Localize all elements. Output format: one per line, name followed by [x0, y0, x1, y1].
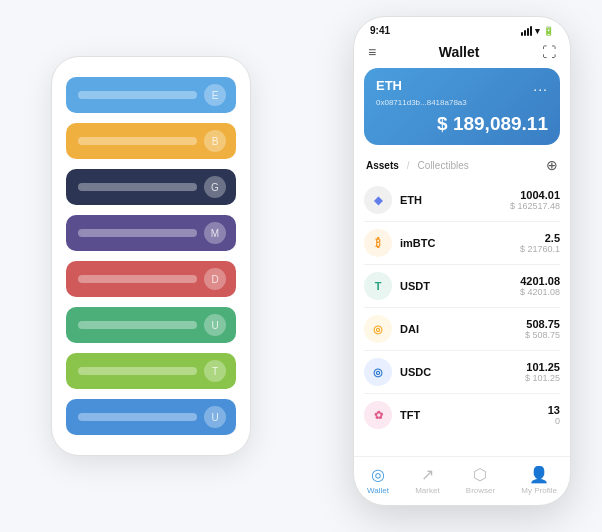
- nav-wallet-label: Wallet: [367, 486, 389, 495]
- card-icon: U: [204, 406, 226, 428]
- card-row-card-lime[interactable]: T: [66, 353, 236, 389]
- nav-profile-icon: 👤: [529, 465, 549, 484]
- nav-browser-label: Browser: [466, 486, 495, 495]
- card-row-card-orange[interactable]: B: [66, 123, 236, 159]
- eth-values: 1004.01$ 162517.48: [510, 189, 560, 211]
- card-icon: B: [204, 130, 226, 152]
- card-icon: G: [204, 176, 226, 198]
- usdt-amount: 4201.08: [520, 275, 560, 287]
- card-label: [78, 229, 197, 237]
- tft-name: TFT: [400, 409, 548, 421]
- status-icons: ▾ 🔋: [521, 26, 554, 36]
- dai-name: DAI: [400, 323, 525, 335]
- card-label: [78, 413, 197, 421]
- scene: EBGMDUTU 9:41 ▾ 🔋 ≡ Wallet ⛶: [21, 16, 581, 516]
- signal-icon: [521, 26, 532, 36]
- usdc-usd: $ 101.25: [525, 373, 560, 383]
- eth-name: ETH: [400, 194, 510, 206]
- dai-usd: $ 508.75: [525, 330, 560, 340]
- tab-assets[interactable]: Assets: [366, 160, 399, 171]
- nav-item-browser[interactable]: ⬡Browser: [466, 465, 495, 495]
- phone-back: EBGMDUTU: [51, 56, 251, 456]
- card-row-card-blue2[interactable]: U: [66, 399, 236, 435]
- wallet-title: Wallet: [439, 44, 480, 60]
- asset-item-usdc[interactable]: ◎USDC101.25$ 101.25: [364, 351, 560, 394]
- tft-values: 130: [548, 404, 560, 426]
- eth-usd: $ 162517.48: [510, 201, 560, 211]
- card-label: [78, 183, 197, 191]
- card-icon: U: [204, 314, 226, 336]
- tft-amount: 13: [548, 404, 560, 416]
- asset-list: ◆ETH1004.01$ 162517.48₿imBTC2.5$ 21760.1…: [354, 179, 570, 456]
- phone-header: ≡ Wallet ⛶: [354, 40, 570, 68]
- status-bar: 9:41 ▾ 🔋: [354, 17, 570, 40]
- battery-icon: 🔋: [543, 26, 554, 36]
- imbtc-amount: 2.5: [520, 232, 560, 244]
- tft-usd: 0: [548, 416, 560, 426]
- tab-separator: /: [407, 160, 410, 171]
- card-row-card-red[interactable]: D: [66, 261, 236, 297]
- card-label: [78, 137, 197, 145]
- usdt-values: 4201.08$ 4201.08: [520, 275, 560, 297]
- eth-card-balance: $ 189,089.11: [376, 113, 548, 135]
- imbtc-name: imBTC: [400, 237, 520, 249]
- nav-profile-label: My Profile: [521, 486, 557, 495]
- assets-tabs: Assets / Collectibles: [366, 160, 469, 171]
- imbtc-usd: $ 21760.1: [520, 244, 560, 254]
- eth-card-address: 0x08711d3b...8418a78a3: [376, 98, 548, 107]
- phone-front: 9:41 ▾ 🔋 ≡ Wallet ⛶ ETH ...: [353, 16, 571, 506]
- usdc-amount: 101.25: [525, 361, 560, 373]
- asset-item-usdt[interactable]: TUSDT4201.08$ 4201.08: [364, 265, 560, 308]
- card-icon: M: [204, 222, 226, 244]
- dai-amount: 508.75: [525, 318, 560, 330]
- card-icon: E: [204, 84, 226, 106]
- nav-market-icon: ↗: [421, 465, 434, 484]
- asset-item-dai[interactable]: ◎DAI508.75$ 508.75: [364, 308, 560, 351]
- nav-market-label: Market: [415, 486, 439, 495]
- menu-icon[interactable]: ≡: [368, 44, 376, 60]
- asset-item-eth[interactable]: ◆ETH1004.01$ 162517.48: [364, 179, 560, 222]
- dai-icon: ◎: [364, 315, 392, 343]
- nav-item-market[interactable]: ↗Market: [415, 465, 439, 495]
- nav-wallet-icon: ◎: [371, 465, 385, 484]
- eth-amount: 1004.01: [510, 189, 560, 201]
- usdc-name: USDC: [400, 366, 525, 378]
- nav-browser-icon: ⬡: [473, 465, 487, 484]
- imbtc-icon: ₿: [364, 229, 392, 257]
- asset-item-imbtc[interactable]: ₿imBTC2.5$ 21760.1: [364, 222, 560, 265]
- eth-card: ETH ... 0x08711d3b...8418a78a3 $ 189,089…: [364, 68, 560, 145]
- wifi-icon: ▾: [535, 26, 540, 36]
- usdc-values: 101.25$ 101.25: [525, 361, 560, 383]
- eth-card-menu[interactable]: ...: [533, 78, 548, 94]
- scan-icon[interactable]: ⛶: [542, 44, 556, 60]
- card-icon: T: [204, 360, 226, 382]
- card-row-card-blue[interactable]: E: [66, 77, 236, 113]
- card-icon: D: [204, 268, 226, 290]
- usdt-usd: $ 4201.08: [520, 287, 560, 297]
- bottom-nav: ◎Wallet↗Market⬡Browser👤My Profile: [354, 456, 570, 505]
- eth-icon: ◆: [364, 186, 392, 214]
- card-row-card-dark[interactable]: G: [66, 169, 236, 205]
- card-row-card-purple[interactable]: M: [66, 215, 236, 251]
- dai-values: 508.75$ 508.75: [525, 318, 560, 340]
- nav-item-profile[interactable]: 👤My Profile: [521, 465, 557, 495]
- usdt-name: USDT: [400, 280, 520, 292]
- eth-card-coin-name: ETH: [376, 78, 402, 93]
- usdc-icon: ◎: [364, 358, 392, 386]
- card-label: [78, 91, 197, 99]
- card-row-card-green[interactable]: U: [66, 307, 236, 343]
- card-label: [78, 275, 197, 283]
- eth-card-top: ETH ...: [376, 78, 548, 94]
- card-label: [78, 321, 197, 329]
- usdt-icon: T: [364, 272, 392, 300]
- asset-item-tft[interactable]: ✿TFT130: [364, 394, 560, 436]
- imbtc-values: 2.5$ 21760.1: [520, 232, 560, 254]
- add-asset-button[interactable]: ⊕: [546, 157, 558, 173]
- tab-collectibles[interactable]: Collectibles: [418, 160, 469, 171]
- assets-header: Assets / Collectibles ⊕: [354, 153, 570, 179]
- card-label: [78, 367, 197, 375]
- time: 9:41: [370, 25, 390, 36]
- tft-icon: ✿: [364, 401, 392, 429]
- nav-item-wallet[interactable]: ◎Wallet: [367, 465, 389, 495]
